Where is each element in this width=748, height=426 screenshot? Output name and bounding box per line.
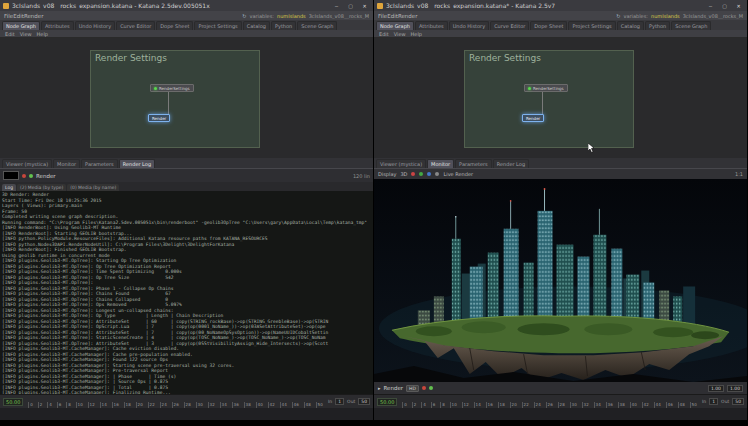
nodegraph-menu-item[interactable]: Help xyxy=(37,31,48,37)
nodegraph-menu-item[interactable]: Edit xyxy=(5,31,15,37)
bottom-pane-tab[interactable]: Render Log xyxy=(493,159,529,168)
render-settings-backdrop[interactable]: Render Settings xyxy=(464,50,634,148)
refresh-icon[interactable]: ↻ xyxy=(242,13,246,19)
pane-tab[interactable]: Scene Graph xyxy=(297,21,337,30)
pane-tab[interactable]: Curve Editor xyxy=(490,21,529,30)
node-rendersettings[interactable]: RenderSettings xyxy=(524,84,568,92)
nodegraph-menu-item[interactable]: View xyxy=(20,31,32,37)
bottom-pane-tab[interactable]: Monitor xyxy=(53,159,80,168)
render-settings-backdrop[interactable]: Render Settings xyxy=(90,50,260,148)
pane-tab[interactable]: Dope Sheet xyxy=(530,21,567,30)
titlebar[interactable]: 3cIslands_v08__rocks_expansion.katana* -… xyxy=(374,0,747,11)
channel-green-icon[interactable] xyxy=(419,172,423,176)
variables-dropdown[interactable]: numIslands xyxy=(277,13,306,19)
status-strip xyxy=(0,408,373,420)
pane-tab[interactable]: Python xyxy=(645,21,670,30)
live-render-toggle[interactable]: Live Render xyxy=(443,171,473,177)
pane-tab[interactable]: Attributes xyxy=(415,21,448,30)
bottom-pane-tab[interactable]: Monitor xyxy=(427,159,454,168)
city-render-image xyxy=(374,179,747,382)
bottom-pane-tab[interactable]: Parameters xyxy=(81,159,118,168)
pane-tab[interactable]: Scene Graph xyxy=(671,21,711,30)
pane-tab[interactable]: Node Graph xyxy=(2,21,40,30)
timeline-ruler[interactable]: 0246810121416182022242628303234363840424… xyxy=(26,395,325,408)
nodegraph-menu-item[interactable]: View xyxy=(394,31,406,37)
bottom-pane-tab[interactable]: Viewer (mystica) xyxy=(2,159,52,168)
nodegraph-menu-item[interactable]: Edit xyxy=(379,31,389,37)
display-dropdown[interactable]: Display xyxy=(378,171,396,177)
session-tab[interactable]: 3cIslands_v08__rocks_M xyxy=(683,13,743,19)
pane-tab[interactable]: Node Graph xyxy=(376,21,414,30)
close-button[interactable]: ✕ xyxy=(733,3,744,9)
node-render[interactable]: Render xyxy=(522,114,544,122)
minimize-button[interactable]: ─ xyxy=(331,3,342,9)
pane-tab[interactable]: Project Settings xyxy=(194,21,241,30)
log-filter-tab[interactable]: (2) Media (by type) xyxy=(17,184,66,191)
zoom-level[interactable]: 1:1 xyxy=(735,171,743,177)
current-frame-field[interactable]: 50.00 xyxy=(377,398,397,406)
log-filter-tab[interactable]: Log xyxy=(2,184,16,191)
stop-render-icon[interactable] xyxy=(22,174,26,178)
channel-red-icon[interactable] xyxy=(411,172,415,176)
render-log-output[interactable]: 3D Render: RenderStart Time: Fri Dec 18 … xyxy=(0,191,373,394)
pane-tab[interactable]: Undo History xyxy=(75,21,115,30)
bottom-pane-tab[interactable]: Viewer (mystica) xyxy=(376,159,426,168)
maximize-button[interactable]: ▢ xyxy=(719,3,730,9)
log-filter-tab[interactable]: (0) Media (by name) xyxy=(67,184,119,191)
bottom-pane-tab[interactable]: Parameters xyxy=(455,159,492,168)
pane-tab[interactable]: Curve Editor xyxy=(116,21,155,30)
node-graph-panel[interactable]: Render Settings RenderSettings Render xyxy=(0,38,373,158)
resolution-badge[interactable]: HD xyxy=(406,385,419,392)
node-render[interactable]: Render xyxy=(148,114,170,122)
view-flag-icon[interactable] xyxy=(528,87,531,90)
pane-tab[interactable]: Project Settings xyxy=(568,21,615,30)
refresh-icon[interactable]: ↻ xyxy=(616,13,620,19)
session-tab[interactable]: 3cIslands_v08__rocks_M xyxy=(309,13,369,19)
play-icon[interactable]: ▸ xyxy=(378,385,381,391)
channel-alpha-icon[interactable] xyxy=(435,172,439,176)
render-thumbnail[interactable] xyxy=(3,171,19,180)
menu-item[interactable]: Edit xyxy=(387,13,398,19)
close-button[interactable]: ✕ xyxy=(359,3,370,9)
bottom-pane-tab[interactable]: Render Log xyxy=(119,159,155,168)
gamma-field[interactable]: 1.00 xyxy=(727,385,743,392)
monitor-render-view[interactable] xyxy=(374,179,747,382)
variables-dropdown[interactable]: numIslands xyxy=(651,13,680,19)
menu-item[interactable]: File xyxy=(4,13,13,19)
pane-tab[interactable]: Catalog xyxy=(617,21,644,30)
timeline[interactable]: 50.00 0246810121416182022242628303234363… xyxy=(0,394,373,408)
pane-tab[interactable]: Undo History xyxy=(449,21,489,30)
minimize-button[interactable]: ─ xyxy=(705,3,716,9)
menu-right: ↻ variables: numIslands 3cIslands_v08__r… xyxy=(242,13,369,19)
menu-item[interactable]: File xyxy=(378,13,387,19)
node-rendersettings[interactable]: RenderSettings xyxy=(150,84,194,92)
nodegraph-menu-item[interactable]: Help xyxy=(411,31,422,37)
menu-item[interactable]: Edit xyxy=(13,13,24,19)
in-field[interactable]: 1 xyxy=(709,398,718,405)
pane-tab[interactable]: Dope Sheet xyxy=(156,21,193,30)
timeline-ruler[interactable]: 0246810121416182022242628303234363840424… xyxy=(400,395,699,408)
current-frame-field[interactable]: 50.00 xyxy=(3,398,23,406)
view-flag-icon[interactable] xyxy=(154,87,157,90)
node-graph-panel[interactable]: Render Settings RenderSettings Render xyxy=(374,38,747,158)
menu-item[interactable]: Render xyxy=(24,13,44,19)
monitor-strip-values: 1.00 1.00 xyxy=(708,385,743,392)
pane-tab[interactable]: Python xyxy=(271,21,296,30)
pane-tab[interactable]: Attributes xyxy=(41,21,74,30)
record-icon[interactable] xyxy=(422,386,426,390)
maximize-button[interactable]: ▢ xyxy=(345,3,356,9)
mode-dropdown[interactable]: 3D xyxy=(400,171,407,177)
timeline[interactable]: 50.00 0246810121416182022242628303234363… xyxy=(374,394,747,408)
out-field[interactable]: 50 xyxy=(732,398,744,405)
log-filter-tabs: Log(2) Media (by type)(0) Media (by name… xyxy=(0,182,373,191)
backdrop-title: Render Settings xyxy=(465,51,633,65)
menu-item[interactable]: Render xyxy=(398,13,418,19)
channel-blue-icon[interactable] xyxy=(427,172,431,176)
log-line: [INFO plugins.Geolib3-MT.OpTree]: Static… xyxy=(2,335,371,341)
gain-field[interactable]: 1.00 xyxy=(708,385,724,392)
out-field[interactable]: 50 xyxy=(358,398,370,405)
pane-tab[interactable]: Catalog xyxy=(243,21,270,30)
render-log-pane: Render 120 lin Log(2) Media (by type)(0)… xyxy=(0,168,373,394)
in-field[interactable]: 1 xyxy=(335,398,344,405)
titlebar[interactable]: 3cIslands_v08__rocks_expansion.katana - … xyxy=(0,0,373,11)
